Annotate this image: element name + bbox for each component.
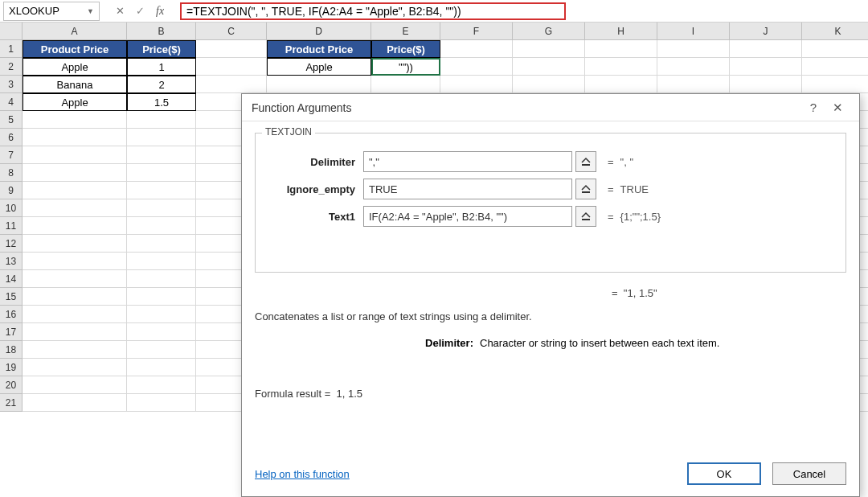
cell[interactable]: 1.5 — [127, 93, 196, 111]
cell[interactable] — [127, 323, 196, 341]
range-select-icon[interactable] — [575, 206, 596, 227]
row-header[interactable]: 11 — [0, 217, 23, 235]
cell[interactable] — [802, 40, 868, 58]
row-header[interactable]: 8 — [0, 164, 23, 182]
cell[interactable] — [23, 111, 127, 129]
row-header[interactable]: 12 — [0, 235, 23, 253]
cell[interactable] — [127, 288, 196, 306]
row-header[interactable]: 2 — [0, 58, 23, 76]
cell[interactable] — [513, 58, 585, 76]
dialog-titlebar[interactable]: Function Arguments ? ✕ — [242, 94, 859, 121]
row-header[interactable]: 9 — [0, 182, 23, 199]
ok-button[interactable]: OK — [687, 462, 761, 485]
column-header[interactable]: I — [657, 23, 730, 40]
cell[interactable] — [730, 76, 802, 93]
active-cell[interactable]: "")) — [371, 58, 440, 76]
arg-input-text1[interactable]: IF(A2:A4 = "Apple", B2:B4, "") — [363, 206, 572, 227]
cell[interactable]: Price($) — [127, 40, 196, 58]
cell[interactable] — [585, 76, 657, 93]
cell[interactable] — [196, 40, 267, 58]
cancel-button[interactable]: Cancel — [772, 462, 846, 485]
arg-input-ignore-empty[interactable]: TRUE — [363, 179, 572, 199]
row-header[interactable]: 17 — [0, 323, 23, 341]
cell[interactable] — [440, 76, 513, 93]
cell[interactable] — [23, 182, 127, 199]
cell[interactable] — [23, 253, 127, 270]
row-header[interactable]: 7 — [0, 146, 23, 164]
row-header[interactable]: 3 — [0, 76, 23, 93]
cell[interactable] — [127, 253, 196, 270]
cell[interactable] — [267, 76, 371, 93]
cell[interactable] — [23, 323, 127, 341]
row-header[interactable]: 16 — [0, 306, 23, 323]
cell[interactable] — [127, 164, 196, 182]
row-header[interactable]: 19 — [0, 359, 23, 376]
cell[interactable] — [23, 376, 127, 394]
cell[interactable] — [23, 270, 127, 288]
cell[interactable] — [127, 306, 196, 323]
range-select-icon[interactable] — [575, 151, 596, 172]
help-icon[interactable]: ? — [801, 101, 825, 114]
cell[interactable]: Apple — [267, 58, 371, 76]
cell[interactable] — [127, 394, 196, 412]
cell[interactable] — [127, 341, 196, 359]
name-box[interactable]: XLOOKUP ▼ — [3, 2, 100, 21]
cell[interactable] — [23, 199, 127, 217]
cell[interactable] — [730, 40, 802, 58]
row-header[interactable]: 1 — [0, 40, 23, 58]
cancel-icon[interactable]: ✕ — [116, 5, 125, 17]
cell[interactable]: Apple — [23, 93, 127, 111]
row-header[interactable]: 14 — [0, 270, 23, 288]
cell[interactable] — [371, 76, 440, 93]
cell[interactable] — [585, 40, 657, 58]
row-header[interactable]: 13 — [0, 253, 23, 270]
column-header[interactable]: D — [267, 23, 371, 40]
cell[interactable] — [23, 394, 127, 412]
cell[interactable] — [23, 217, 127, 235]
column-header[interactable]: E — [371, 23, 440, 40]
row-header[interactable]: 6 — [0, 129, 23, 146]
fx-icon[interactable]: fx — [156, 5, 164, 18]
cell[interactable] — [127, 182, 196, 199]
arg-input-delimiter[interactable]: "," — [363, 151, 572, 172]
cell[interactable] — [440, 58, 513, 76]
cell[interactable] — [23, 359, 127, 376]
cell[interactable] — [657, 76, 730, 93]
row-header[interactable]: 18 — [0, 341, 23, 359]
column-header[interactable]: A — [23, 23, 127, 40]
cell[interactable] — [23, 288, 127, 306]
column-header[interactable]: H — [585, 23, 657, 40]
check-icon[interactable]: ✓ — [136, 5, 145, 17]
cell[interactable] — [127, 146, 196, 164]
row-header[interactable]: 10 — [0, 199, 23, 217]
cell[interactable] — [196, 58, 267, 76]
column-header[interactable]: K — [802, 23, 868, 40]
column-header[interactable]: F — [440, 23, 513, 40]
cell[interactable] — [23, 235, 127, 253]
column-header[interactable]: B — [127, 23, 196, 40]
close-icon[interactable]: ✕ — [825, 101, 850, 115]
cell[interactable] — [127, 199, 196, 217]
cell[interactable] — [23, 341, 127, 359]
row-header[interactable]: 20 — [0, 376, 23, 394]
cell[interactable] — [127, 359, 196, 376]
cell[interactable] — [657, 40, 730, 58]
row-header[interactable]: 15 — [0, 288, 23, 306]
cell[interactable]: 1 — [127, 58, 196, 76]
row-header[interactable]: 4 — [0, 93, 23, 111]
cell[interactable] — [23, 146, 127, 164]
cell[interactable]: Banana — [23, 76, 127, 93]
cell[interactable]: Apple — [23, 58, 127, 76]
cell[interactable] — [513, 76, 585, 93]
cell[interactable] — [196, 76, 267, 93]
column-header[interactable]: C — [196, 23, 267, 40]
cell[interactable] — [802, 58, 868, 76]
cell[interactable] — [127, 270, 196, 288]
cell[interactable] — [127, 111, 196, 129]
cell[interactable] — [440, 40, 513, 58]
cell[interactable]: Price($) — [371, 40, 440, 58]
cell[interactable] — [513, 40, 585, 58]
cell[interactable] — [23, 164, 127, 182]
cell[interactable] — [730, 58, 802, 76]
cell[interactable] — [127, 217, 196, 235]
